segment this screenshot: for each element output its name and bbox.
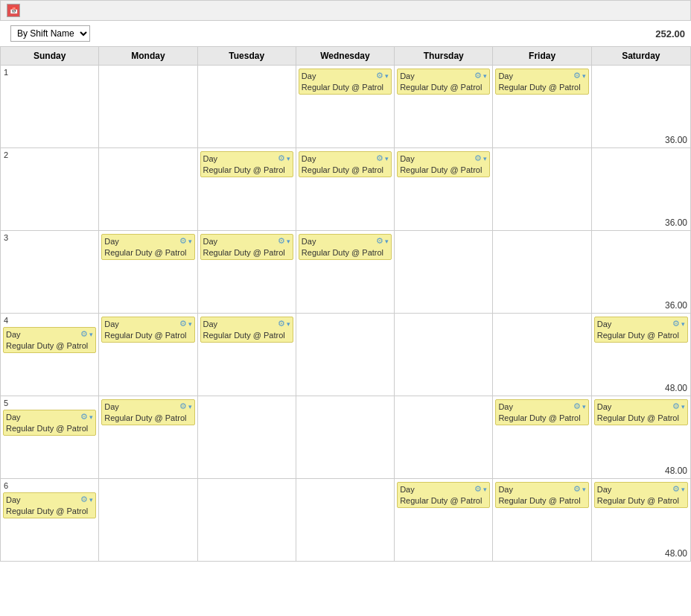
- shift-controls[interactable]: ⚙▾: [672, 319, 685, 328]
- chevron-down-icon[interactable]: ▾: [188, 403, 192, 410]
- shift-task: Regular Duty @ Patrol: [302, 247, 389, 258]
- chevron-down-icon[interactable]: ▾: [582, 72, 586, 80]
- shift-controls[interactable]: ⚙▾: [80, 495, 93, 504]
- chevron-down-icon[interactable]: ▾: [483, 486, 487, 493]
- shift-card: Day⚙▾Regular Duty @ Patrol: [299, 234, 392, 260]
- gear-icon[interactable]: ⚙: [672, 401, 680, 411]
- chevron-down-icon[interactable]: ▾: [188, 320, 192, 328]
- shift-header: Day⚙▾: [6, 495, 93, 504]
- cal-day: [395, 231, 493, 313]
- cal-day: [395, 396, 493, 478]
- shift-controls[interactable]: ⚙▾: [573, 71, 586, 80]
- shift-name: Day: [302, 237, 316, 246]
- chevron-down-icon[interactable]: ▾: [89, 331, 93, 338]
- gear-icon[interactable]: ⚙: [573, 484, 581, 494]
- shift-controls[interactable]: ⚙▾: [376, 153, 389, 163]
- chevron-down-icon[interactable]: ▾: [483, 155, 487, 162]
- shift-controls[interactable]: ⚙▾: [179, 401, 192, 411]
- chevron-down-icon[interactable]: ▾: [385, 238, 389, 245]
- shift-name: Day: [203, 154, 218, 163]
- shift-header: Day⚙▾: [302, 236, 389, 246]
- shift-controls[interactable]: ⚙▾: [573, 401, 586, 411]
- shift-header: Day⚙▾: [400, 71, 487, 80]
- shift-name: Day: [203, 320, 218, 328]
- chevron-down-icon[interactable]: ▾: [385, 155, 389, 162]
- chevron-down-icon[interactable]: ▾: [681, 486, 685, 493]
- gear-icon[interactable]: ⚙: [672, 319, 680, 328]
- gear-icon[interactable]: ⚙: [474, 484, 482, 494]
- gear-icon[interactable]: ⚙: [278, 319, 285, 328]
- chevron-down-icon[interactable]: ▾: [287, 155, 290, 162]
- shift-card: Day⚙▾Regular Duty @ Patrol: [3, 492, 96, 518]
- shift-task: Regular Duty @ Patrol: [498, 82, 585, 92]
- gear-icon[interactable]: ⚙: [80, 495, 88, 504]
- week-number: 2: [2, 150, 97, 160]
- shift-controls[interactable]: ⚙▾: [278, 319, 290, 328]
- gear-icon[interactable]: ⚙: [376, 236, 383, 246]
- gear-icon[interactable]: ⚙: [179, 319, 187, 328]
- chevron-down-icon[interactable]: ▾: [582, 403, 586, 410]
- gear-icon[interactable]: ⚙: [376, 71, 383, 80]
- chevron-down-icon[interactable]: ▾: [287, 320, 290, 328]
- shift-header: Day⚙▾: [6, 412, 93, 422]
- gear-icon[interactable]: ⚙: [376, 153, 383, 163]
- gear-icon[interactable]: ⚙: [80, 329, 88, 339]
- shift-controls[interactable]: ⚙▾: [376, 71, 389, 80]
- shift-header: Day⚙▾: [498, 401, 585, 411]
- shift-task: Regular Duty @ Patrol: [104, 330, 191, 340]
- cal-day: [198, 396, 296, 478]
- gear-icon[interactable]: ⚙: [80, 412, 88, 422]
- chevron-down-icon[interactable]: ▾: [385, 72, 389, 80]
- chevron-down-icon[interactable]: ▾: [681, 403, 685, 410]
- cal-day: Day⚙▾Regular Duty @ Patrol: [99, 314, 197, 396]
- shift-card: Day⚙▾Regular Duty @ Patrol: [200, 151, 293, 177]
- shift-controls[interactable]: ⚙▾: [179, 319, 192, 328]
- shift-controls[interactable]: ⚙▾: [474, 153, 487, 163]
- chevron-down-icon[interactable]: ▾: [287, 238, 290, 245]
- gear-icon[interactable]: ⚙: [573, 71, 581, 80]
- chevron-down-icon[interactable]: ▾: [483, 72, 487, 80]
- shift-controls[interactable]: ⚙▾: [80, 412, 93, 422]
- week-row-6: 6Day⚙▾Regular Duty @ PatrolDay⚙▾Regular …: [1, 479, 690, 561]
- shift-controls[interactable]: ⚙▾: [80, 329, 93, 339]
- shift-task: Regular Duty @ Patrol: [498, 495, 585, 506]
- chevron-down-icon[interactable]: ▾: [89, 413, 93, 421]
- week-row-3: 3Day⚙▾Regular Duty @ PatrolDay⚙▾Regular …: [1, 231, 690, 314]
- gear-icon[interactable]: ⚙: [474, 71, 482, 80]
- gear-icon[interactable]: ⚙: [179, 236, 187, 246]
- gear-icon[interactable]: ⚙: [573, 401, 581, 411]
- shift-controls[interactable]: ⚙▾: [278, 153, 290, 163]
- shift-controls[interactable]: ⚙▾: [672, 401, 685, 411]
- shift-controls[interactable]: ⚙▾: [278, 236, 290, 246]
- shift-header: Day⚙▾: [400, 153, 487, 163]
- shift-card: Day⚙▾Regular Duty @ Patrol: [594, 482, 688, 508]
- shift-controls[interactable]: ⚙▾: [376, 236, 389, 246]
- shift-controls[interactable]: ⚙▾: [474, 71, 487, 80]
- shift-task: Regular Duty @ Patrol: [302, 82, 389, 92]
- week-number: 4: [2, 315, 97, 326]
- chevron-down-icon[interactable]: ▾: [188, 238, 192, 245]
- shift-controls[interactable]: ⚙▾: [672, 484, 685, 494]
- cal-day: Day⚙▾Regular Duty @ Patrol48.00: [592, 314, 690, 396]
- shift-controls[interactable]: ⚙▾: [573, 484, 586, 494]
- chevron-down-icon[interactable]: ▾: [89, 496, 93, 504]
- cal-day: [99, 479, 197, 561]
- shift-card: Day⚙▾Regular Duty @ Patrol: [397, 151, 490, 177]
- week-total: 36.00: [665, 300, 687, 311]
- gear-icon[interactable]: ⚙: [474, 153, 482, 163]
- chevron-down-icon[interactable]: ▾: [582, 486, 586, 493]
- gear-icon[interactable]: ⚙: [278, 153, 285, 163]
- cal-day: Day⚙▾Regular Duty @ Patrol: [493, 396, 591, 478]
- gear-icon[interactable]: ⚙: [672, 484, 680, 494]
- chevron-down-icon[interactable]: ▾: [681, 320, 685, 328]
- gear-icon[interactable]: ⚙: [278, 236, 285, 246]
- color-coding-select[interactable]: By Shift Name: [10, 25, 90, 42]
- cal-day: Day⚙▾Regular Duty @ Patrol48.00: [592, 396, 690, 478]
- shift-controls[interactable]: ⚙▾: [474, 484, 487, 494]
- shift-card: Day⚙▾Regular Duty @ Patrol: [495, 399, 588, 425]
- shift-card: Day⚙▾Regular Duty @ Patrol: [299, 69, 392, 95]
- shift-controls[interactable]: ⚙▾: [179, 236, 192, 246]
- cal-day: 3: [1, 231, 99, 313]
- cal-day: [99, 66, 197, 147]
- gear-icon[interactable]: ⚙: [179, 401, 187, 411]
